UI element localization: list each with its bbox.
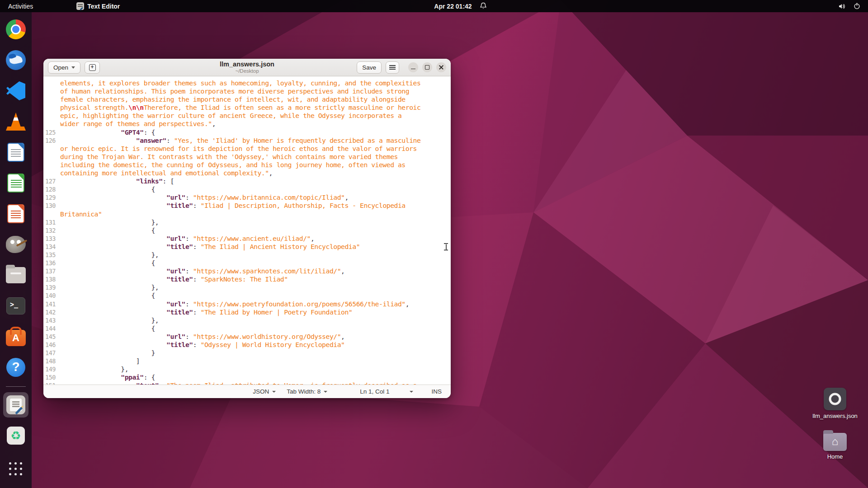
dock-item-files[interactable]	[3, 263, 28, 288]
line-number: 132	[43, 226, 60, 235]
open-button[interactable]: Open	[48, 61, 80, 74]
top-bar: Activities Text Editor Apr 22 01:42	[0, 0, 868, 12]
editor-line-144: 144 {	[43, 324, 451, 333]
line-number	[43, 153, 60, 161]
text-editor-app-icon	[76, 2, 84, 10]
dock	[0, 12, 32, 488]
save-button[interactable]: Save	[357, 61, 382, 74]
dock-item-trash[interactable]	[3, 423, 28, 448]
close-button[interactable]	[436, 62, 446, 72]
line-number	[43, 161, 60, 169]
desktop-icon-llm-answers-json[interactable]: llm_answers.json	[812, 388, 858, 419]
chevron-down-icon	[324, 391, 327, 393]
clock-button[interactable]: Apr 22 01:42	[434, 0, 472, 12]
editor-wrapped-line: Britannica"	[43, 210, 451, 218]
dock-item-terminal[interactable]	[3, 293, 28, 319]
bell-icon	[480, 2, 486, 9]
document-title: llm_answers.json	[220, 61, 274, 68]
home-folder-icon	[823, 433, 847, 451]
minimize-button[interactable]	[408, 62, 418, 72]
line-number: 130	[43, 202, 60, 210]
editor-line-129: 129 "url": "https://www.britannica.com/t…	[43, 193, 451, 202]
window-title: llm_answers.json ~/Desktop	[220, 61, 274, 75]
vscode-icon	[6, 81, 25, 100]
thunderbird-icon	[6, 50, 26, 70]
language-selector[interactable]: JSON	[253, 388, 276, 395]
dock-separator	[6, 386, 26, 387]
libreoffice-writer-icon	[7, 143, 24, 162]
editor-line-146: 146 "title": "Odyssey | World History En…	[43, 341, 451, 349]
tab-width-selector[interactable]: Tab Width: 8	[287, 388, 327, 395]
line-number: 136	[43, 259, 60, 267]
trash-icon	[7, 427, 25, 445]
editor-wrapped-line: of human relationships. This poem incorp…	[43, 87, 451, 95]
editor-line-134: 134 "title": "The Iliad | Ancient Histor…	[43, 243, 451, 251]
editor-text-area[interactable]: elements, it explores broader themes suc…	[43, 76, 451, 385]
ubuntu-software-icon	[6, 330, 26, 346]
gimp-icon	[6, 236, 26, 253]
dock-item-ubuntu-software[interactable]	[3, 324, 28, 349]
line-number	[43, 210, 60, 218]
editor-line-150: 150 "ppai": {	[43, 373, 451, 381]
editor-line-135: 135 },	[43, 251, 451, 259]
help-icon	[6, 358, 25, 377]
editor-line-142: 142 "title": "The Iliad by Homer | Poetr…	[43, 308, 451, 316]
editor-line-137: 137 "url": "https://www.sparknotes.com/l…	[43, 267, 451, 275]
editor-wrapped-line: wider range of themes and perspectives."…	[43, 120, 451, 128]
dock-item-vlc[interactable]	[3, 109, 28, 134]
libreoffice-calc-icon	[7, 174, 24, 192]
line-number	[43, 112, 60, 120]
editor-line-127: 127 "links": [	[43, 177, 451, 185]
line-number	[43, 120, 60, 128]
volume-icon	[839, 3, 846, 9]
dock-item-thunderbird[interactable]	[3, 47, 28, 73]
tab-width-label: Tab Width: 8	[287, 388, 321, 395]
editor-wrapped-line: during the Trojan War. It contrasts with…	[43, 153, 451, 161]
line-number: 133	[43, 235, 60, 243]
input-mode-label: INS	[431, 388, 442, 395]
desktop-icons: llm_answers.jsonHome	[808, 388, 862, 460]
editor-wrapped-line: elements, it explores broader themes suc…	[43, 79, 451, 87]
dock-item-vscode[interactable]	[3, 78, 28, 103]
dock-item-libreoffice-impress[interactable]	[3, 201, 28, 226]
chevron-down-icon	[410, 391, 413, 393]
editor-wrapped-line: including the domestic, the cunning of O…	[43, 161, 451, 169]
line-number: 134	[43, 243, 60, 251]
dock-item-chrome[interactable]	[3, 17, 28, 42]
new-tab-button[interactable]	[85, 61, 100, 74]
editor-statusbar: JSON Tab Width: 8 Ln 1, Col 1 INS	[43, 385, 451, 398]
system-status-area[interactable]	[839, 3, 868, 9]
dock-item-gimp[interactable]	[3, 232, 28, 257]
line-number: 143	[43, 316, 60, 324]
dock-item-libreoffice-writer[interactable]	[3, 140, 28, 165]
editor-line-151: 151 "text": "The poem Iliad, attributed …	[43, 381, 451, 385]
editor-line-131: 131 },	[43, 218, 451, 226]
editor-wrapped-line: or heroic epic. It is renowned for its d…	[43, 145, 451, 153]
window-headerbar[interactable]: Open llm_answers.json ~/Desktop Save	[43, 59, 451, 76]
line-number: 125	[43, 128, 60, 136]
desktop-icon-label: Home	[827, 453, 843, 460]
dock-item-libreoffice-calc[interactable]	[3, 170, 28, 196]
line-number: 138	[43, 275, 60, 283]
editor-line-128: 128 {	[43, 185, 451, 193]
dock-item-show-apps[interactable]	[3, 456, 28, 482]
line-number	[43, 79, 60, 87]
activities-button[interactable]: Activities	[0, 0, 41, 12]
input-mode-indicator[interactable]: INS	[431, 388, 442, 395]
line-number: 128	[43, 185, 60, 193]
show-apps-icon	[9, 462, 23, 476]
line-number: 140	[43, 291, 60, 300]
editor-line-130: 130 "title": "Iliad | Description, Autho…	[43, 202, 451, 210]
line-number: 137	[43, 267, 60, 275]
desktop-icon-home[interactable]: Home	[823, 429, 847, 460]
dock-item-text-editor[interactable]	[3, 392, 28, 418]
line-number: 127	[43, 177, 60, 185]
editor-line-136: 136 {	[43, 259, 451, 267]
new-tab-icon	[89, 64, 96, 71]
main-menu-button[interactable]	[386, 61, 399, 74]
cursor-position-button[interactable]: Ln 1, Col 1	[360, 388, 413, 395]
line-number: 139	[43, 283, 60, 291]
dock-item-help[interactable]	[3, 355, 28, 380]
focused-app-indicator[interactable]: Text Editor	[76, 2, 120, 10]
maximize-button[interactable]	[422, 62, 432, 72]
